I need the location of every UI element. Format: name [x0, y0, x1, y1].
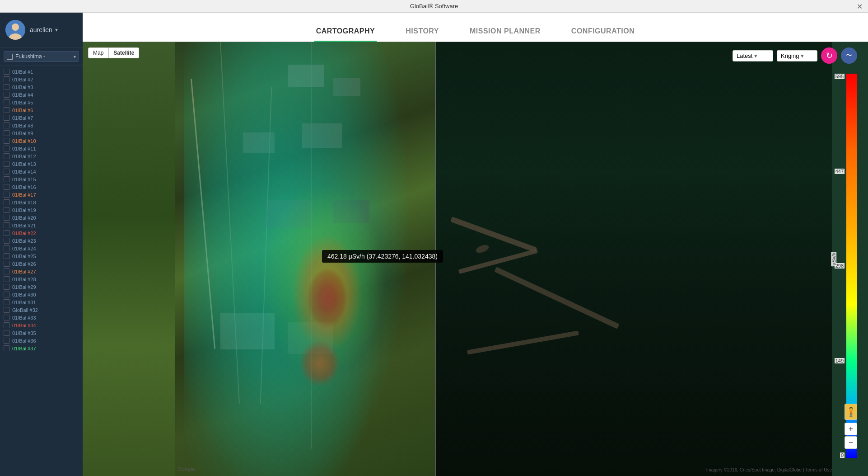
item-checkbox[interactable]: [4, 284, 9, 290]
list-item[interactable]: 01/Bal #20: [0, 214, 83, 222]
username-label: aurelien: [30, 26, 52, 33]
list-item[interactable]: 01/Bal #10: [0, 137, 83, 145]
tab-history[interactable]: HISTORY: [404, 22, 441, 42]
item-checkbox[interactable]: [4, 99, 9, 105]
item-checkbox[interactable]: [4, 84, 9, 90]
item-checkbox[interactable]: [4, 253, 9, 259]
kriging-dropdown[interactable]: Kriging ▾: [777, 50, 817, 61]
zoom-out-btn[interactable]: −: [845, 436, 857, 449]
list-item[interactable]: 01/Bal #30: [0, 291, 83, 298]
location-checkbox[interactable]: [7, 54, 13, 60]
list-item[interactable]: 01/Bal #14: [0, 168, 83, 175]
item-checkbox[interactable]: [4, 123, 9, 128]
list-item[interactable]: 01/Bal #12: [0, 152, 83, 160]
list-item[interactable]: 01/Bal #27: [0, 268, 83, 275]
item-checkbox[interactable]: [4, 292, 9, 297]
item-checkbox[interactable]: [4, 146, 9, 151]
list-item[interactable]: 01/Bal #36: [0, 337, 83, 344]
item-checkbox[interactable]: [4, 192, 9, 198]
list-item[interactable]: 01/Bal #23: [0, 237, 83, 245]
item-checkbox[interactable]: [4, 307, 9, 313]
list-item[interactable]: 01/Bal #24: [0, 245, 83, 252]
item-checkbox[interactable]: [4, 161, 9, 167]
list-item[interactable]: 01/Bal #5: [0, 99, 83, 106]
list-item[interactable]: 01/Bal #9: [0, 129, 83, 137]
map-view-btn[interactable]: Map: [88, 47, 108, 58]
list-item[interactable]: 01/Bal #13: [0, 160, 83, 168]
item-checkbox[interactable]: [4, 76, 9, 82]
street-view-btn[interactable]: 🧍: [845, 404, 857, 420]
list-item[interactable]: 01/Bal #18: [0, 198, 83, 206]
tab-cartography[interactable]: CARTOGRAPHY: [314, 22, 377, 42]
item-label: 01/Bal #10: [12, 138, 36, 144]
scale-min: 0: [840, 452, 845, 458]
item-checkbox[interactable]: [4, 315, 9, 320]
item-checkbox[interactable]: [4, 345, 9, 351]
refresh-button[interactable]: ↻: [821, 47, 837, 64]
item-checkbox[interactable]: [4, 153, 9, 159]
list-item[interactable]: 01/Bal #33: [0, 314, 83, 321]
list-item[interactable]: 01/Bal #1: [0, 68, 83, 75]
list-item[interactable]: 01/Bal #15: [0, 175, 83, 183]
list-item[interactable]: 01/Bal #25: [0, 252, 83, 260]
item-checkbox[interactable]: [4, 245, 9, 251]
list-item[interactable]: 01/Bal #19: [0, 206, 83, 214]
list-item[interactable]: 01/Bal #4: [0, 91, 83, 99]
list-item[interactable]: 01/Bal #7: [0, 114, 83, 122]
list-item[interactable]: 01/Bal #6: [0, 106, 83, 114]
list-item[interactable]: 01/Bal #8: [0, 122, 83, 129]
item-checkbox[interactable]: [4, 261, 9, 267]
username-row[interactable]: aurelien ▾: [30, 26, 58, 33]
latest-dropdown[interactable]: Latest ▾: [733, 50, 773, 61]
item-checkbox[interactable]: [4, 230, 9, 236]
analytics-button[interactable]: 〜: [841, 47, 857, 64]
list-item[interactable]: 01/Bal #17: [0, 191, 83, 198]
item-label: 01/Bal #12: [12, 154, 36, 159]
list-item[interactable]: 01/Bal #16: [0, 183, 83, 191]
list-item[interactable]: 01/Bal #37: [0, 344, 83, 352]
item-checkbox[interactable]: [4, 169, 9, 174]
item-checkbox[interactable]: [4, 238, 9, 244]
item-checkbox[interactable]: [4, 115, 9, 121]
satellite-view-btn[interactable]: Satellite: [108, 47, 139, 58]
item-checkbox[interactable]: [4, 330, 9, 336]
item-checkbox[interactable]: [4, 107, 9, 113]
item-checkbox[interactable]: [4, 222, 9, 228]
location-select[interactable]: Fukushima - ▾: [4, 51, 79, 62]
list-item[interactable]: 01/Bal #22: [0, 229, 83, 237]
list-item[interactable]: 01/Bal #11: [0, 145, 83, 152]
item-checkbox[interactable]: [4, 130, 9, 136]
item-checkbox[interactable]: [4, 338, 9, 344]
item-checkbox[interactable]: [4, 322, 9, 328]
tab-mission-planner[interactable]: MISSION PLANNER: [468, 22, 542, 42]
list-item[interactable]: 01/Bal #34: [0, 321, 83, 329]
item-checkbox[interactable]: [4, 92, 9, 98]
item-checkbox[interactable]: [4, 176, 9, 182]
item-checkbox[interactable]: [4, 299, 9, 305]
item-checkbox[interactable]: [4, 269, 9, 274]
item-checkbox[interactable]: [4, 69, 9, 75]
list-item[interactable]: 01/Bal #28: [0, 275, 83, 283]
user-dropdown-arrow[interactable]: ▾: [55, 27, 58, 33]
list-item[interactable]: 01/Bal #35: [0, 329, 83, 337]
sidebar-dropdown[interactable]: Fukushima - ▾: [0, 47, 83, 66]
list-item[interactable]: 01/Bal #2: [0, 75, 83, 83]
close-icon[interactable]: ✕: [857, 2, 863, 10]
list-item[interactable]: 01/Bal #3: [0, 83, 83, 91]
list-item[interactable]: 01/Bal #21: [0, 222, 83, 229]
list-item[interactable]: 01/Bal #26: [0, 260, 83, 268]
map-container[interactable]: Map Satellite Latest ▾ Kriging ▾ ↻ 〜: [83, 42, 868, 476]
item-checkbox[interactable]: [4, 184, 9, 190]
item-checkbox[interactable]: [4, 276, 9, 282]
kriging-chevron: ▾: [801, 52, 804, 59]
list-item[interactable]: GloBall #32: [0, 306, 83, 314]
zoom-out-icon: −: [849, 438, 854, 448]
item-checkbox[interactable]: [4, 199, 9, 205]
item-checkbox[interactable]: [4, 138, 9, 144]
tab-configuration[interactable]: CONFIGURATION: [569, 22, 636, 42]
zoom-in-btn[interactable]: +: [845, 423, 857, 435]
list-item[interactable]: 01/Bal #29: [0, 283, 83, 291]
item-checkbox[interactable]: [4, 215, 9, 221]
list-item[interactable]: 01/Bal #31: [0, 298, 83, 306]
item-checkbox[interactable]: [4, 207, 9, 213]
